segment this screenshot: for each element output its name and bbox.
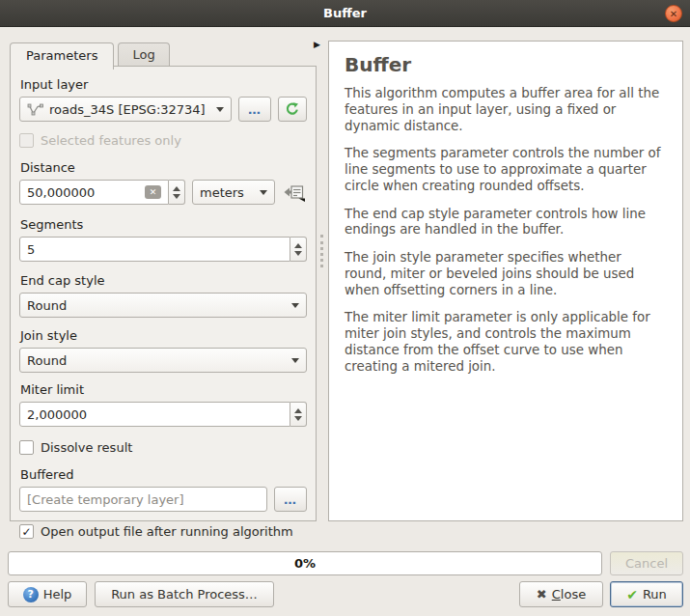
distance-input[interactable]: 50,000000 ✕ (19, 180, 169, 205)
progress-bar: 0% (8, 551, 602, 575)
close-icon: ✕ (670, 9, 677, 19)
miter-limit-stepper[interactable] (290, 402, 307, 427)
parameters-panel: Input layer roads_34S [EPSG:32734] … (10, 66, 317, 521)
miter-limit-value: 2,000000 (27, 407, 87, 422)
cancel-button: Cancel (610, 551, 683, 575)
batch-button-label: Run as Batch Process… (111, 587, 258, 602)
join-style-combobox[interactable]: Round (19, 348, 307, 373)
spin-up-icon[interactable] (294, 408, 302, 413)
spin-down-icon[interactable] (294, 251, 302, 256)
chevron-down-icon (216, 107, 224, 112)
help-panel: Buffer This algorithm computes a buffer … (328, 41, 683, 521)
selected-features-label: Selected features only (41, 133, 181, 148)
units-combobox[interactable]: meters (192, 180, 275, 205)
end-cap-style-label: End cap style (20, 273, 307, 288)
input-layer-label: Input layer (20, 77, 307, 92)
spin-down-icon[interactable] (294, 416, 302, 421)
units-value: meters (200, 185, 244, 200)
polyline-layer-icon (27, 103, 43, 116)
miter-limit-label: Miter limit (20, 382, 307, 397)
help-button[interactable]: ? Help (8, 581, 87, 607)
close-button[interactable]: ✖ Close (519, 581, 603, 607)
segments-stepper[interactable] (290, 237, 307, 262)
data-defined-override-icon (283, 183, 306, 202)
run-as-batch-button[interactable]: Run as Batch Process… (95, 581, 274, 607)
end-cap-style-combobox[interactable]: Round (19, 293, 307, 318)
window-title: Buffer (323, 6, 367, 20)
iterate-icon (285, 101, 300, 117)
buffered-label: Buffered (20, 467, 307, 482)
help-paragraph: The segments parameter controls the numb… (345, 146, 667, 194)
help-title: Buffer (345, 53, 667, 76)
data-defined-override-button[interactable] (282, 183, 307, 202)
help-paragraph: The join style parameter specifies wheth… (345, 250, 667, 298)
distance-stepper[interactable] (169, 180, 185, 205)
segments-value: 5 (27, 242, 35, 257)
iterate-layer-button[interactable] (278, 97, 307, 122)
help-button-label: Help (43, 587, 72, 602)
spin-up-icon[interactable] (173, 186, 180, 191)
end-cap-style-value: Round (27, 298, 67, 313)
close-x-icon: ✖ (537, 587, 547, 602)
join-style-value: Round (27, 353, 67, 368)
help-paragraph: The end cap style parameter controls how… (345, 207, 667, 239)
selected-features-checkbox (19, 133, 34, 148)
output-file-input[interactable]: [Create temporary layer] (19, 487, 267, 512)
window-close-button[interactable]: ✕ (665, 5, 682, 22)
run-button-label: Run (643, 587, 667, 602)
distance-value: 50,000000 (27, 185, 95, 200)
join-style-label: Join style (20, 328, 307, 343)
distance-label: Distance (20, 160, 307, 175)
chevron-down-icon (291, 303, 299, 308)
run-check-icon: ✔ (626, 587, 638, 602)
help-icon: ? (23, 587, 39, 602)
miter-limit-input[interactable]: 2,000000 (19, 402, 290, 427)
input-layer-browse-button[interactable]: … (238, 97, 271, 122)
open-output-checkbox[interactable]: ✓ (19, 524, 34, 539)
tab-parameters[interactable]: Parameters (10, 42, 114, 70)
dissolve-result-checkbox[interactable] (19, 440, 34, 455)
output-browse-button[interactable]: … (274, 487, 307, 512)
spin-down-icon[interactable] (173, 194, 180, 199)
titlebar: Buffer ✕ (0, 0, 690, 27)
help-paragraph: The miter limit parameter is only applic… (345, 310, 667, 375)
segments-input[interactable]: 5 (19, 237, 290, 262)
help-paragraph: This algorithm computes a buffer area fo… (345, 86, 667, 134)
chevron-down-icon (260, 190, 267, 195)
collapse-panel-icon[interactable]: ▶ (314, 40, 320, 49)
close-button-label: Close (552, 587, 586, 602)
input-layer-value: roads_34S [EPSG:32734] (49, 102, 206, 117)
clear-icon[interactable]: ✕ (145, 185, 161, 199)
chevron-down-icon (291, 358, 299, 363)
segments-label: Segments (20, 217, 307, 232)
open-output-label: Open output file after running algorithm (41, 524, 293, 539)
run-button[interactable]: ✔ Run (610, 581, 683, 607)
panel-splitter[interactable] (320, 235, 323, 267)
dissolve-result-label: Dissolve result (41, 440, 132, 455)
input-layer-combobox[interactable]: roads_34S [EPSG:32734] (19, 97, 232, 122)
spin-up-icon[interactable] (294, 243, 302, 248)
progress-value: 0% (294, 556, 316, 571)
output-file-value: [Create temporary layer] (27, 492, 184, 507)
checkmark-icon: ✓ (21, 525, 31, 539)
